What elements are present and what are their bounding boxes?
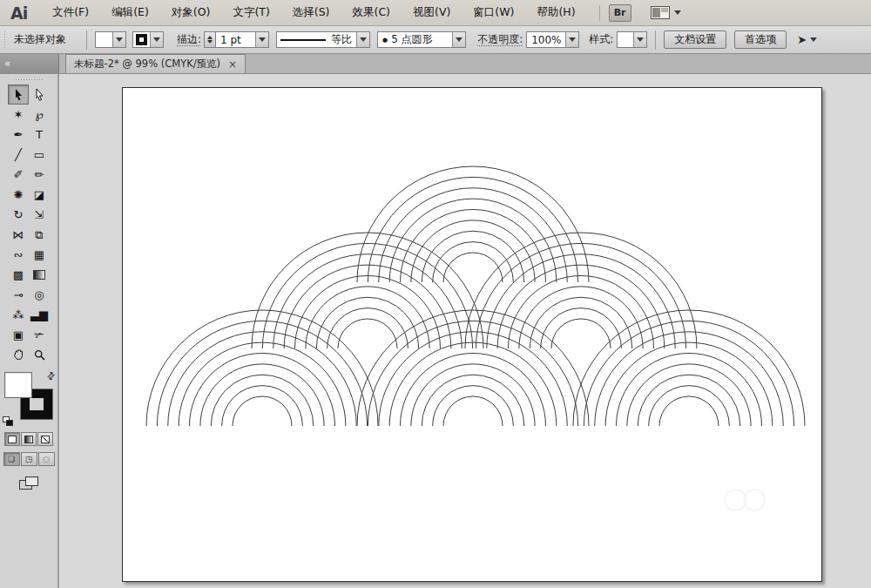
screen-mode-button[interactable] <box>19 476 38 490</box>
style-value <box>618 32 633 47</box>
document-tab[interactable]: 未标题-2* @ 99% (CMYK/预览) × <box>65 54 246 73</box>
fill-color-dropdown[interactable] <box>95 31 126 48</box>
stroke-weight-label[interactable]: 描边: <box>177 32 201 47</box>
tool-pen[interactable]: ✒ <box>8 125 29 145</box>
opacity-label[interactable]: 不透明度: <box>477 32 523 47</box>
tool-blob-brush[interactable]: ✺ <box>8 185 29 205</box>
tool-eraser[interactable]: ◪ <box>29 185 50 205</box>
stroke-weight-value: 1 pt <box>216 32 255 47</box>
tool-direct-selection[interactable] <box>29 84 50 105</box>
collapse-icon: « <box>4 57 10 70</box>
menu-item-1[interactable]: 编辑(E) <box>100 5 160 20</box>
opacity-dropdown[interactable]: 100% <box>526 31 579 48</box>
tool-rotate[interactable]: ↻ <box>8 205 29 225</box>
tool-paintbrush[interactable]: ✐ <box>8 165 29 185</box>
tool-rectangle[interactable]: ▭ <box>29 145 50 165</box>
tool-selection[interactable] <box>8 84 29 105</box>
bridge-button[interactable]: Br <box>609 4 631 22</box>
brush-dot-icon: ● <box>378 32 389 47</box>
panel-grip-icon[interactable] <box>3 30 7 50</box>
tool-magic-wand[interactable]: ✶ <box>8 105 29 125</box>
selection-status: 未选择对象 <box>14 32 66 47</box>
tool-artboard-tool[interactable]: ▣ <box>8 325 29 345</box>
tool-hand[interactable] <box>8 345 29 365</box>
drawing-mode-2[interactable]: ◌ <box>38 452 55 466</box>
menu-item-7[interactable]: 窗口(W) <box>462 5 525 20</box>
tool-scale[interactable]: ⇲ <box>29 205 50 225</box>
tool-gradient[interactable] <box>29 265 50 285</box>
fill-color-swatch[interactable] <box>4 372 32 398</box>
menu-item-2[interactable]: 对象(O) <box>160 5 222 20</box>
stroke-color-dropdown[interactable] <box>132 31 164 48</box>
chevron-down-icon <box>112 32 125 47</box>
tool-perspective-grid[interactable]: ▦ <box>29 245 50 265</box>
tool-mesh[interactable]: ▩ <box>8 265 29 285</box>
tool-eyedropper[interactable]: ⊸ <box>8 285 29 305</box>
stroke-swatch <box>133 32 150 47</box>
swap-fill-stroke-icon[interactable]: ⇄ <box>44 369 58 383</box>
ai-logo: Ai <box>0 3 41 23</box>
menu-items: 文件(F)编辑(E)对象(O)文字(T)选择(S)效果(C)视图(V)窗口(W)… <box>41 5 586 20</box>
stroke-weight-dropdown[interactable]: 1 pt <box>215 31 269 48</box>
style-dropdown[interactable] <box>617 31 647 48</box>
stroke-profile-preview <box>280 39 326 41</box>
tool-symbol-sprayer[interactable]: ⁂ <box>8 305 29 325</box>
brush-definition-dropdown[interactable]: ● 5 点圆形 <box>377 31 466 48</box>
illustrator-window: Ai 文件(F)编辑(E)对象(O)文字(T)选择(S)效果(C)视图(V)窗口… <box>0 0 871 588</box>
tool-free-transform[interactable]: ⧉ <box>29 225 50 245</box>
opacity-value: 100% <box>527 32 565 47</box>
stroke-weight-stepper[interactable] <box>204 31 215 48</box>
tool-width-tool[interactable]: ⋈ <box>8 225 29 245</box>
canvas-area <box>59 74 871 588</box>
menu-separator <box>599 5 600 21</box>
menu-item-3[interactable]: 文字(T) <box>221 5 280 20</box>
separator <box>655 30 656 50</box>
screen-mode-icon <box>25 476 38 486</box>
tool-line-segment[interactable]: ╱ <box>8 145 29 165</box>
tool-lasso[interactable]: ℘ <box>29 105 50 125</box>
fill-swatch <box>96 32 112 47</box>
menu-item-0[interactable]: 文件(F) <box>41 5 100 20</box>
default-fill-stroke-icon[interactable] <box>3 416 13 426</box>
tools-panel-collapse[interactable]: « <box>0 54 59 73</box>
control-bar: 未选择对象 描边: 1 pt 等比 ● 5 点圆形 不透明度: <box>0 26 871 54</box>
color-button[interactable] <box>4 432 20 446</box>
drawing-mode-1[interactable]: ◳ <box>21 452 37 466</box>
wave-pattern-drawing <box>123 88 823 583</box>
menu-item-6[interactable]: 视图(V) <box>402 5 462 20</box>
tool-column-graph[interactable]: ▃▆ <box>29 305 50 325</box>
chevron-down-icon <box>356 32 369 47</box>
tool-zoom[interactable] <box>29 345 50 365</box>
style-label: 样式: <box>589 32 613 47</box>
none-button[interactable] <box>37 432 53 446</box>
drawing-mode-0[interactable]: ❏ <box>3 452 20 466</box>
tool-shape-builder[interactable]: ∾ <box>8 245 29 265</box>
chevron-down-icon <box>565 32 578 47</box>
chevron-down-icon <box>674 10 681 15</box>
chevron-down-icon <box>452 32 465 47</box>
workspace-switcher[interactable] <box>651 6 681 19</box>
artboard[interactable] <box>122 87 822 582</box>
drawing-mode-row: ❏◳◌ <box>0 452 57 466</box>
tool-slice[interactable]: ✃ <box>29 325 50 345</box>
preferences-button[interactable]: 首选项 <box>734 30 787 49</box>
close-icon[interactable]: × <box>228 58 237 71</box>
chevron-down-icon <box>810 37 817 42</box>
tool-blend[interactable]: ◎ <box>29 285 50 305</box>
menu-item-5[interactable]: 效果(C) <box>341 5 402 20</box>
document-title: 未标题-2* @ 99% (CMYK/预览) <box>74 57 220 71</box>
separator <box>86 30 87 50</box>
stroke-profile-value: 等比 <box>331 32 356 47</box>
stroke-weight-control: 1 pt <box>204 31 269 48</box>
isolate-selected-menu[interactable]: ➤ <box>797 33 817 46</box>
tool-type[interactable]: T <box>29 125 50 145</box>
brush-definition-value: 5 点圆形 <box>389 32 452 47</box>
document-setup-button[interactable]: 文档设置 <box>664 30 726 49</box>
menu-item-8[interactable]: 帮助(H) <box>525 5 586 20</box>
menu-item-4[interactable]: 选择(S) <box>281 5 341 20</box>
gradient-button[interactable] <box>21 432 37 446</box>
panel-grip-icon[interactable] <box>15 78 43 82</box>
tool-pencil[interactable]: ✏ <box>29 165 50 185</box>
paint-style-row <box>0 432 57 446</box>
stroke-profile-dropdown[interactable]: 等比 <box>276 31 370 48</box>
